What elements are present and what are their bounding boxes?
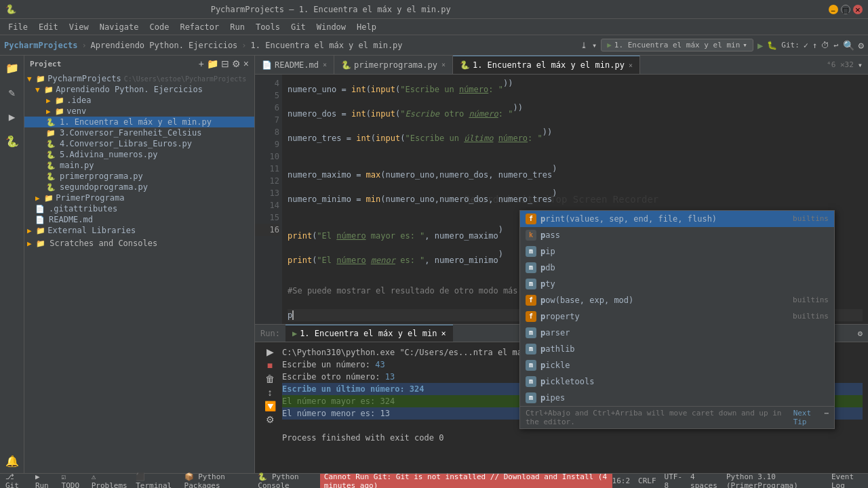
close-tab-encuentra[interactable]: × [629, 62, 633, 69]
maximize-button[interactable]: □ [841, 5, 850, 14]
tree-item-primer-programa[interactable]: ▶ 📁 PrimerPrograma [24, 192, 254, 203]
menu-tools[interactable]: Tools [250, 21, 285, 33]
tab-encuentra[interactable]: 🐍 1. Encuentra el máx y el min.py × [453, 56, 640, 74]
terminal-btn[interactable]: ⬛ Terminal [136, 472, 176, 489]
tab-run[interactable]: ▶ 1. Encuentra el máx y el min × [285, 325, 453, 342]
tree-item-main[interactable]: 🐍 main.py [24, 160, 254, 171]
menu-view[interactable]: View [64, 21, 94, 33]
python-console-btn[interactable]: 🐍 Python Console [258, 472, 319, 489]
ac-item-pipes[interactable]: m pipes [520, 390, 834, 406]
menu-window[interactable]: Window [311, 21, 351, 33]
close-button[interactable]: × [853, 5, 863, 14]
autocomplete-popup[interactable]: f print(values, sep, end, file, flush) b… [519, 210, 835, 429]
sidebar-close[interactable]: × [243, 58, 249, 69]
ac-item-pty[interactable]: m pty [520, 276, 834, 292]
tree-item-conversor-l[interactable]: 🐍 4.Conversor_Libras_Euros.py [24, 138, 254, 149]
undo-button[interactable]: ↩ [833, 41, 838, 50]
tree-item-venv[interactable]: ▶ 📁 venv [24, 106, 254, 117]
vcs-button[interactable]: ⤓ ▾ [580, 41, 597, 50]
menu-bar: File Edit View Navigate Code Refactor Ru… [0, 19, 868, 35]
git-push[interactable]: ✓ [804, 41, 808, 50]
tree-item-scratches[interactable]: ▶ 📁 Scratches and Consoles [24, 236, 254, 251]
filter-button[interactable]: 🔽 [260, 401, 279, 411]
line-separator[interactable]: CRLF [638, 476, 656, 485]
tree-item-adivina[interactable]: 🐍 5.Adivina_numeros.py [24, 149, 254, 160]
cursor-position[interactable]: 16:2 [612, 476, 631, 485]
minimize-button[interactable]: － [829, 5, 838, 14]
run-icon[interactable]: ▶ [3, 107, 22, 126]
ac-type-icon: m [526, 246, 536, 257]
tab-readme[interactable]: 📄 README.md × [255, 56, 334, 74]
ac-item-pow[interactable]: f pow(base, exp, mod) builtins [520, 292, 834, 308]
tree-item-idea[interactable]: ▶ 📁 .idea [24, 95, 254, 106]
sidebar-collapse[interactable]: ⊟ [221, 58, 229, 69]
menu-help[interactable]: Help [351, 21, 382, 33]
clear-button[interactable]: 🗑 [260, 373, 279, 384]
problems-btn[interactable]: ⚠ Problems [92, 472, 127, 489]
menu-run[interactable]: Run [224, 21, 250, 33]
ac-item-parser[interactable]: m parser [520, 325, 834, 341]
close-tab-primerprograma[interactable]: × [441, 61, 446, 68]
tree-item-aprendiendo[interactable]: ▼ 📁 Aprendiendo Python. Ejercicios [24, 84, 254, 95]
indent[interactable]: 4 spaces [690, 472, 718, 489]
sidebar-new-folder[interactable]: 📁 [207, 58, 218, 69]
git-error-status[interactable]: Cannot Run Git: Git is not installed // … [320, 474, 612, 489]
search-button[interactable]: 🔍 [843, 40, 854, 51]
tree-item-primero[interactable]: 🐍 primerprograma.py [24, 171, 254, 182]
menu-file[interactable]: File [3, 21, 33, 33]
menu-navigate[interactable]: Navigate [94, 21, 144, 33]
tree-item-external-libs[interactable]: ▶ 📁 External Libraries [24, 225, 254, 236]
ac-item-pass[interactable]: k pass [520, 227, 834, 243]
ac-item-property[interactable]: f property builtins [520, 308, 834, 325]
scroll-button[interactable]: ↕ [260, 387, 279, 398]
settings-run-button[interactable]: ⚙ [260, 414, 279, 425]
ac-type-icon: f [526, 214, 536, 224]
sidebar-settings[interactable]: ⚙ [232, 58, 241, 69]
tree-item-readme[interactable]: 📄 README.md [24, 214, 254, 225]
encoding[interactable]: UTF-8 [665, 472, 683, 489]
python-version[interactable]: Python 3.10 (PrimerPrograma) [726, 472, 823, 489]
menu-refactor[interactable]: Refactor [174, 21, 224, 33]
menu-code[interactable]: Code [144, 21, 175, 33]
sidebar-new-file[interactable]: + [199, 58, 204, 69]
ac-item-pathlib[interactable]: m pathlib [520, 341, 834, 357]
event-log[interactable]: Event Log [831, 472, 863, 489]
run-status-btn[interactable]: ▶ Run [35, 472, 54, 489]
tree-item-gitattributes[interactable]: 📄 .gitattributes [24, 203, 254, 214]
ac-type-icon: m [526, 392, 536, 403]
menu-git[interactable]: Git [285, 21, 311, 33]
git-history[interactable]: ⏱ [821, 41, 829, 50]
run-button[interactable]: ▶ [757, 40, 763, 51]
menu-edit[interactable]: Edit [33, 21, 64, 33]
run-config[interactable]: ▶ 1. Encuentra el máx y el min ▾ [601, 39, 753, 52]
ac-item-pdb[interactable]: m pdb [520, 260, 834, 276]
ac-item-print[interactable]: f print(values, sep, end, file, flush) b… [520, 211, 834, 227]
close-tab-readme[interactable]: × [323, 61, 327, 68]
tree-item-pycharmprojects[interactable]: ▼ 📁 PycharmProjects C:\Users\estoe\Pycha… [24, 73, 254, 84]
project-icon[interactable]: 📁 [3, 58, 22, 77]
git-pull[interactable]: ↑ [812, 41, 817, 50]
todo-btn[interactable]: ☑ TODO [62, 472, 83, 489]
commit-icon[interactable]: ✎ [3, 83, 22, 102]
python-packages-btn[interactable]: 📦 Python Packages [184, 472, 250, 489]
stop-button[interactable]: ■ [260, 360, 279, 371]
tree-item-conversor-f[interactable]: 📁 3.Conversor_Farenheit_Celsius [24, 127, 254, 138]
close-run-tab[interactable]: × [441, 329, 446, 338]
ac-item-pip[interactable]: m pip [520, 243, 834, 260]
file-tree: ▼ 📁 PycharmProjects C:\Users\estoe\Pycha… [24, 72, 254, 473]
debug-button[interactable]: 🐛 [767, 41, 777, 50]
settings-button[interactable]: ⚙ [859, 40, 864, 51]
toolbar-right: ⤓ ▾ ▶ 1. Encuentra el máx y el min ▾ ▶ 🐛… [580, 39, 864, 52]
rerun-button[interactable]: ▶ [260, 346, 279, 357]
tree-item-encuentra[interactable]: 🐍 1. Encuentra el máx y el min.py [24, 117, 254, 127]
next-tip-link[interactable]: Next Tip [793, 409, 825, 426]
toolbar-project-label[interactable]: PycharmProjects [4, 41, 77, 50]
tab-primerprograma[interactable]: 🐍 primerprograma.py × [334, 56, 453, 74]
notifications-icon[interactable]: 🔔 [3, 451, 22, 470]
tree-item-segundo[interactable]: 🐍 segundoprograma.py [24, 182, 254, 192]
ac-item-pickle[interactable]: m pickle [520, 357, 834, 373]
run-settings-btn[interactable]: ⚙ [858, 329, 863, 338]
python-icon[interactable]: 🐍 [3, 131, 22, 150]
ac-item-pickletools[interactable]: m pickletools [520, 373, 834, 390]
git-status-btn[interactable]: ⎇ Git [5, 472, 27, 489]
